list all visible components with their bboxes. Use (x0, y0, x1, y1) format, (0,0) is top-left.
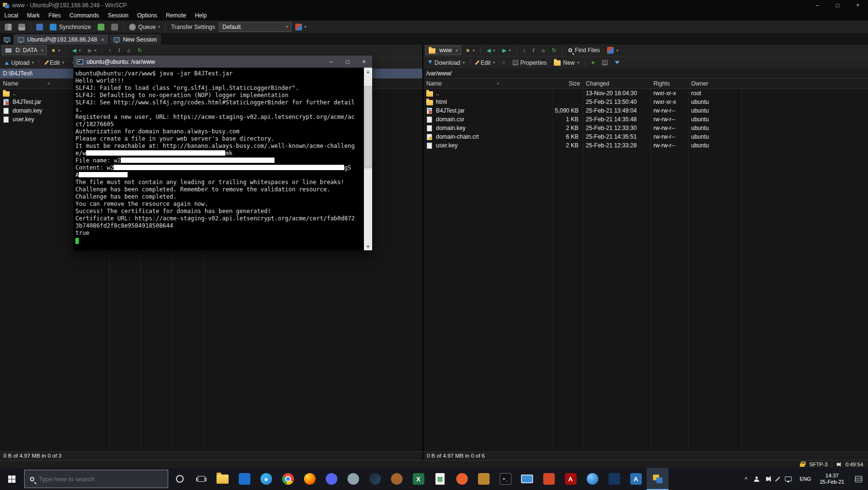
table-row[interactable]: html25-Feb-21 13:50:40rwxr-xr-xubuntu (423, 98, 868, 106)
table-row[interactable]: user.key2 KB25-Feb-21 12:33:28rw-rw-r--u… (423, 141, 868, 150)
taskbar-app-firefox[interactable] (299, 468, 320, 490)
table-row[interactable]: B4JTest.jar5,090 KB25-Feb-21 13:49:04rw-… (423, 106, 868, 115)
taskbar-app-edge[interactable]: e (255, 468, 277, 490)
bookmark-button[interactable] (33, 22, 46, 32)
taskbar-app-java[interactable] (386, 468, 407, 490)
remote-refresh-button[interactable]: ↻ (549, 45, 559, 56)
network-button[interactable] (781, 468, 795, 490)
title-bar[interactable]: www - UbuntuPi@192.168.86.248 - WinSCP –… (0, 0, 868, 11)
menu-item-files[interactable]: Files (44, 11, 65, 20)
synchronize-button[interactable]: Synchronize (47, 22, 94, 32)
remote-back-button[interactable]: ◀▾ (484, 45, 498, 56)
column-header-name[interactable]: Name˄ (423, 80, 552, 87)
taskbar-app-corsair[interactable] (581, 468, 603, 490)
taskbar-app-filezilla[interactable] (473, 468, 494, 490)
taskbar-app-file-explorer[interactable] (212, 468, 233, 490)
taskbar-app-adobe[interactable]: A (560, 468, 581, 490)
local-home-dir-button[interactable]: ⌂ (124, 45, 133, 56)
column-header-size[interactable]: Size (552, 80, 583, 87)
sessions-button[interactable] (1, 34, 13, 44)
column-header-rights[interactable]: Rights (651, 80, 688, 87)
local-parent-dir-button[interactable]: ↑ (105, 45, 114, 56)
local-root-dir-button[interactable]: / (116, 45, 123, 56)
taskbar-app-cmd[interactable]: >_ (494, 468, 516, 490)
menu-item-session[interactable]: Session (103, 11, 133, 20)
show-hidden-icons-button[interactable]: ^ (741, 468, 751, 490)
local-forward-button[interactable]: ▶▾ (85, 45, 99, 56)
local-edit-button[interactable]: Edit▾ (43, 58, 67, 68)
taskbar-search[interactable] (24, 470, 168, 488)
remote-delete-button[interactable]: × (499, 58, 508, 68)
download-button[interactable]: Download▾ (425, 58, 467, 68)
taskbar-app-notepad-plus[interactable] (603, 468, 625, 490)
remote-edit-button[interactable]: Edit▾ (474, 58, 498, 68)
people-button[interactable] (751, 468, 763, 490)
menu-item-local[interactable]: Local (0, 11, 23, 20)
explorer-layout-button[interactable] (15, 22, 28, 32)
taskbar-app-remote-desktop[interactable] (516, 468, 538, 490)
menu-item-help[interactable]: Help (190, 11, 211, 20)
maximize-button[interactable]: □ (827, 0, 848, 11)
taskbar-app-chrome[interactable] (277, 468, 299, 490)
terminal-scrollbar[interactable]: ▲ ▼ (364, 68, 372, 250)
taskbar-app-anydesk[interactable]: A (625, 468, 647, 490)
scroll-down-icon[interactable]: ▼ (364, 243, 372, 250)
task-view-button[interactable] (190, 468, 212, 490)
local-refresh-button[interactable]: ↻ (135, 45, 145, 56)
taskbar-app-settings[interactable] (342, 468, 364, 490)
keep-up-to-date-button[interactable] (95, 22, 107, 32)
remote-bookmarks-button[interactable]: ★▾ (463, 45, 477, 56)
terminal-minimize-button[interactable]: – (323, 56, 339, 68)
remote-home-dir-button[interactable]: ⌂ (538, 45, 548, 56)
transfer-settings-select[interactable]: Default▾ (219, 22, 291, 32)
find-files-button[interactable]: Find Files (565, 45, 603, 56)
taskbar-app-excel[interactable]: X (407, 468, 429, 490)
pen-settings-button[interactable] (774, 468, 781, 490)
local-back-button[interactable]: ◀▾ (69, 45, 83, 56)
select-remove-button[interactable] (599, 58, 610, 68)
menu-item-options[interactable]: Options (133, 11, 161, 20)
close-button[interactable]: × (848, 0, 868, 11)
taskbar-app-powerpoint[interactable] (538, 468, 560, 490)
new-button[interactable]: New▾ (551, 58, 582, 68)
remote-properties-button[interactable]: Properties (510, 58, 550, 68)
select-add-button[interactable]: + (588, 58, 598, 68)
clock[interactable]: 14:37 25-Feb-21 (815, 473, 849, 485)
upload-button[interactable]: Upload▾ (2, 58, 37, 68)
search-input[interactable] (39, 476, 145, 483)
scroll-up-icon[interactable]: ▲ (364, 68, 372, 75)
menu-item-commands[interactable]: Commands (65, 11, 103, 20)
column-header-changed[interactable]: Changed (583, 80, 651, 87)
action-center-button[interactable] (849, 476, 868, 482)
remote-file-list-area[interactable]: ..13-Nov-20 18:04:30rwxr-xr-xroothtml25-… (423, 89, 868, 451)
start-button[interactable] (0, 468, 23, 490)
taskbar-app-winscp[interactable] (647, 468, 668, 490)
terminal-title-bar[interactable]: ubuntu@ubuntu: /var/www – □ × (73, 56, 372, 68)
table-row[interactable]: domain.csr1 KB25-Feb-21 14:35:48rw-rw-r-… (423, 115, 868, 124)
menu-item-remote[interactable]: Remote (161, 11, 190, 20)
taskbar-app-discord[interactable] (320, 468, 342, 490)
local-drive-select[interactable]: D: DATA▾ (2, 45, 47, 55)
session-tab-active[interactable]: UbuntuPi@192.168.86.248 × (14, 34, 108, 44)
remote-path-bar[interactable]: /var/www/ (423, 69, 868, 78)
remote-root-dir-button[interactable]: / (530, 45, 537, 56)
taskbar-app-spreadsheet-doc[interactable]: ▤ (429, 468, 451, 490)
remote-forward-button[interactable]: ▶▾ (499, 45, 513, 56)
remote-parent-dir-button[interactable]: ↑ (520, 45, 529, 56)
taskbar-app-store[interactable] (233, 468, 255, 490)
taskbar-app-steam[interactable] (364, 468, 386, 490)
compare-button[interactable] (108, 22, 121, 32)
terminal-close-button[interactable]: × (356, 56, 372, 68)
commander-layout-button[interactable] (2, 22, 14, 32)
filter-button[interactable] (612, 58, 622, 68)
terminal-window[interactable]: ubuntu@ubuntu: /var/www – □ × ubuntu@ubu… (73, 56, 372, 250)
protocol-label[interactable]: SFTP-3 (809, 461, 827, 467)
cortana-button[interactable] (169, 468, 190, 490)
lock-icon[interactable] (800, 463, 805, 467)
terminal-maximize-button[interactable]: □ (339, 56, 356, 68)
new-session-tab[interactable]: New Session (109, 34, 161, 44)
menu-item-mark[interactable]: Mark (23, 11, 44, 20)
close-tab-icon[interactable]: × (101, 37, 104, 43)
transfer-options-button[interactable]: ▾ (292, 22, 309, 32)
volume-button[interactable] (763, 468, 774, 490)
